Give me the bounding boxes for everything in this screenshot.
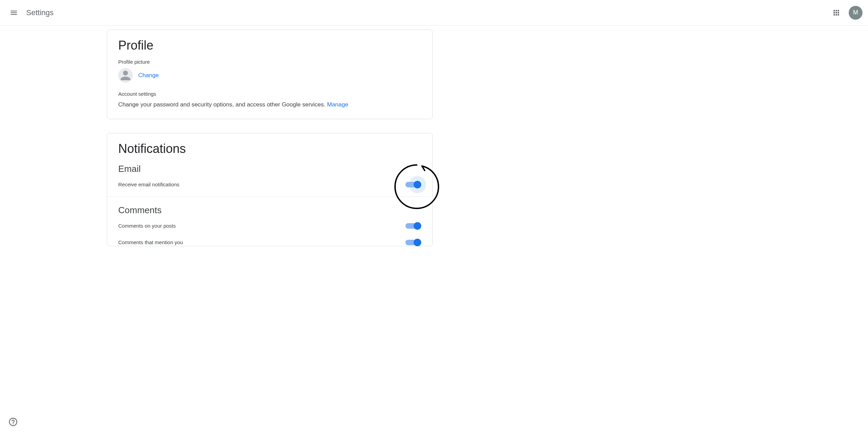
account-settings-description: Change your password and security option… (118, 100, 421, 109)
receive-email-label: Receive email notifications (118, 182, 180, 187)
account-desc-text: Change your password and security option… (118, 101, 327, 108)
change-picture-link[interactable]: Change (138, 72, 159, 79)
profile-picture-placeholder-icon (118, 68, 133, 83)
profile-title: Profile (118, 38, 421, 53)
settings-content: Profile Profile picture Change Account s… (107, 30, 433, 260)
header-left: Settings (6, 4, 54, 21)
email-notifications-section: Email Receive email notifications (107, 162, 432, 196)
account-avatar[interactable]: M (849, 6, 862, 20)
comments-mention-row: Comments that mention you (118, 239, 421, 246)
manage-account-link[interactable]: Manage (327, 101, 348, 108)
apps-grid-icon[interactable] (828, 4, 845, 21)
notifications-card: Notifications Email Receive email notifi… (107, 133, 433, 246)
app-header: Settings M (0, 0, 868, 25)
account-settings-label: Account settings (118, 91, 421, 97)
comments-on-posts-toggle[interactable] (405, 222, 421, 229)
comments-on-posts-label: Comments on your posts (118, 223, 176, 229)
profile-card: Profile Profile picture Change Account s… (107, 30, 433, 119)
comments-mention-toggle[interactable] (405, 239, 421, 246)
profile-picture-row: Change (118, 68, 421, 83)
main-content: Profile Profile picture Change Account s… (0, 25, 868, 260)
avatar-initial: M (853, 9, 858, 16)
comments-section-title: Comments (118, 205, 421, 216)
comments-mention-label: Comments that mention you (118, 239, 183, 245)
header-right: M (828, 4, 862, 21)
receive-email-row: Receive email notifications (118, 181, 421, 188)
profile-picture-label: Profile picture (118, 59, 421, 65)
page-title: Settings (26, 8, 54, 17)
comments-on-posts-row: Comments on your posts (118, 222, 421, 229)
email-section-title: Email (118, 164, 421, 174)
comments-notifications-section: Comments Comments on your posts Comments… (107, 197, 432, 246)
receive-email-toggle[interactable] (405, 181, 421, 188)
hamburger-menu-icon[interactable] (6, 4, 22, 21)
notifications-title: Notifications (118, 142, 421, 156)
